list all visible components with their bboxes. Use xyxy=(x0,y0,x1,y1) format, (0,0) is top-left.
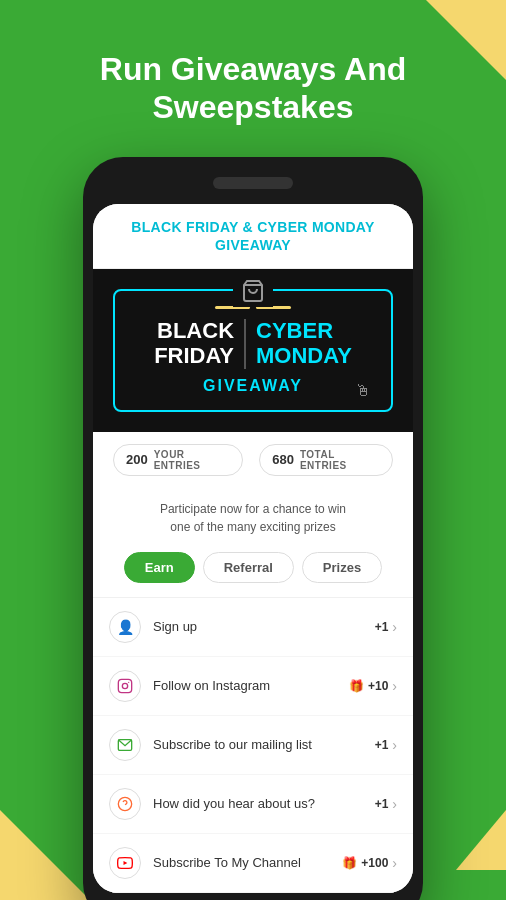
banner-left-text: BLACK FRIDAY xyxy=(154,319,234,369)
actions-list: 👤 Sign up +1 › xyxy=(93,597,413,893)
action-signup[interactable]: 👤 Sign up +1 › xyxy=(93,598,413,657)
action-instagram[interactable]: Follow on Instagram 🎁 +10 › xyxy=(93,657,413,716)
cart-icon xyxy=(241,279,265,303)
signup-points-value: +1 xyxy=(375,620,389,634)
tab-prizes[interactable]: Prizes xyxy=(302,552,382,583)
instagram-points-value: +10 xyxy=(368,679,388,693)
chevron-right-icon-youtube: › xyxy=(392,855,397,871)
page-header: Run Giveaways And Sweepstakes xyxy=(0,0,506,157)
youtube-icon xyxy=(109,847,141,879)
svg-point-3 xyxy=(128,682,129,683)
gift-icon-youtube: 🎁 xyxy=(342,856,357,870)
tabs-row: Earn Referral Prizes xyxy=(93,544,413,597)
action-signup-label: Sign up xyxy=(153,619,375,634)
svg-marker-7 xyxy=(124,861,128,865)
tab-referral[interactable]: Referral xyxy=(203,552,294,583)
your-entries-count: 200 xyxy=(126,452,148,467)
action-survey-label: How did you hear about us? xyxy=(153,796,375,811)
phone-mockup: BLACK FRIDAY & CYBER MONDAY GIVEAWAY xyxy=(0,157,506,900)
action-youtube-points: 🎁 +100 xyxy=(342,856,388,870)
banner-monday-text: MONDAY xyxy=(256,343,352,369)
phone-notch xyxy=(213,177,293,189)
instagram-icon xyxy=(109,670,141,702)
question-icon xyxy=(109,788,141,820)
action-instagram-label: Follow on Instagram xyxy=(153,678,349,693)
giveaway-title-bar: BLACK FRIDAY & CYBER MONDAY GIVEAWAY xyxy=(93,204,413,269)
total-entries-count: 680 xyxy=(272,452,294,467)
action-instagram-points: 🎁 +10 xyxy=(349,679,388,693)
page-title: Run Giveaways And Sweepstakes xyxy=(40,50,466,127)
action-survey[interactable]: How did you hear about us? +1 › xyxy=(93,775,413,834)
your-entries-label: YOUR ENTRIES xyxy=(154,449,230,471)
survey-points-value: +1 xyxy=(375,797,389,811)
cart-icon-wrapper xyxy=(233,279,273,307)
phone-screen: BLACK FRIDAY & CYBER MONDAY GIVEAWAY xyxy=(93,204,413,893)
chevron-right-icon-email: › xyxy=(392,737,397,753)
banner-giveaway-text: GIVEAWAY xyxy=(125,377,381,395)
banner-black-text: BLACK xyxy=(154,319,234,343)
svg-point-2 xyxy=(122,683,127,688)
phone-body: BLACK FRIDAY & CYBER MONDAY GIVEAWAY xyxy=(83,157,423,900)
action-signup-points: +1 xyxy=(375,620,389,634)
action-survey-points: +1 xyxy=(375,797,389,811)
action-youtube[interactable]: Subscribe To My Channel 🎁 +100 › xyxy=(93,834,413,893)
total-entries-badge: 680 TOTAL ENTRIES xyxy=(259,444,393,476)
giveaway-banner: BLACK FRIDAY CYBER MONDAY GIVEAWAY 🖱 xyxy=(93,269,413,432)
email-icon xyxy=(109,729,141,761)
banner-divider xyxy=(244,319,246,369)
banner-right-text: CYBER MONDAY xyxy=(256,319,352,369)
mouse-icon: 🖱 xyxy=(355,382,371,400)
banner-friday-text: FRIDAY xyxy=(154,343,234,369)
chevron-right-icon-survey: › xyxy=(392,796,397,812)
total-entries-label: TOTAL ENTRIES xyxy=(300,449,380,471)
action-email-points: +1 xyxy=(375,738,389,752)
your-entries-badge: 200 YOUR ENTRIES xyxy=(113,444,243,476)
entries-row: 200 YOUR ENTRIES 680 TOTAL ENTRIES xyxy=(93,432,413,488)
svg-rect-1 xyxy=(118,679,131,692)
action-email-label: Subscribe to our mailing list xyxy=(153,737,375,752)
user-icon: 👤 xyxy=(109,611,141,643)
youtube-points-value: +100 xyxy=(361,856,388,870)
chevron-right-icon-instagram: › xyxy=(392,678,397,694)
action-youtube-label: Subscribe To My Channel xyxy=(153,855,342,870)
participate-line1: Participate now for a chance to win xyxy=(160,502,346,516)
participate-text-block: Participate now for a chance to win one … xyxy=(93,488,413,544)
chevron-right-icon: › xyxy=(392,619,397,635)
gift-icon-instagram: 🎁 xyxy=(349,679,364,693)
banner-cyber-text: CYBER xyxy=(256,319,352,343)
giveaway-title-text: BLACK FRIDAY & CYBER MONDAY GIVEAWAY xyxy=(131,219,374,253)
email-points-value: +1 xyxy=(375,738,389,752)
action-email[interactable]: Subscribe to our mailing list +1 › xyxy=(93,716,413,775)
tab-earn[interactable]: Earn xyxy=(124,552,195,583)
participate-line2: one of the many exciting prizes xyxy=(170,520,335,534)
banner-main-text: BLACK FRIDAY CYBER MONDAY xyxy=(125,319,381,369)
banner-content-box: BLACK FRIDAY CYBER MONDAY GIVEAWAY 🖱 xyxy=(113,289,393,412)
